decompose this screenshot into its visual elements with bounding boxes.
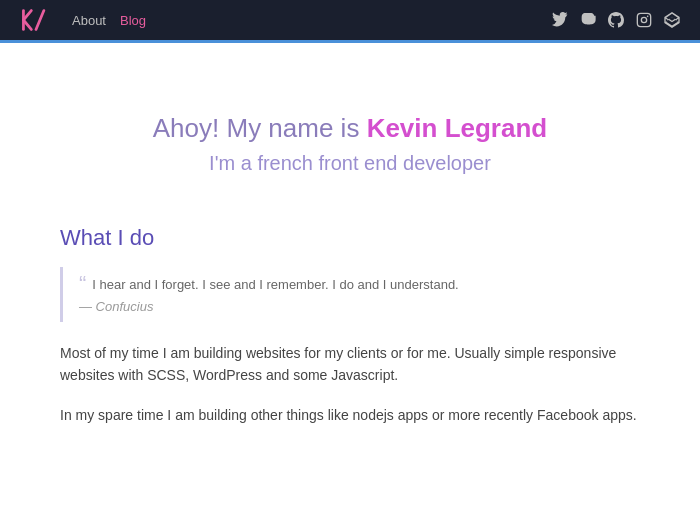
section-title: What I do — [60, 225, 640, 251]
body-paragraph-2: In my spare time I am building other thi… — [60, 404, 640, 426]
what-i-do-section: What I do “ I hear and I forget. I see a… — [60, 225, 640, 427]
twitter-icon[interactable] — [552, 12, 568, 28]
nav-blog-link[interactable]: Blog — [120, 13, 146, 28]
hero-line1: Ahoy! My name is Kevin Legrand — [60, 113, 640, 144]
hero-section: Ahoy! My name is Kevin Legrand I'm a fre… — [60, 73, 640, 225]
hero-name: Kevin Legrand — [367, 113, 548, 143]
body-paragraph-1: Most of my time I am building websites f… — [60, 342, 640, 387]
hero-line2: I'm a french front end developer — [60, 152, 640, 175]
nav-about-link[interactable]: About — [72, 13, 106, 28]
codepen-icon[interactable] — [664, 12, 680, 28]
main-content: Ahoy! My name is Kevin Legrand I'm a fre… — [40, 43, 660, 485]
svg-rect-4 — [637, 13, 650, 26]
quote-author: — Confucius — [79, 299, 624, 314]
quote-mark-icon: “ — [79, 273, 86, 295]
quote-block: “ I hear and I forget. I see and I remem… — [60, 267, 640, 322]
hero-prefix: Ahoy! My name is — [153, 113, 367, 143]
navbar: About Blog — [0, 0, 700, 40]
social-icons — [552, 12, 680, 28]
github-icon[interactable] — [608, 12, 624, 28]
svg-point-5 — [641, 17, 646, 22]
mastodon-icon[interactable] — [580, 12, 596, 28]
svg-line-3 — [36, 11, 44, 30]
nav-links: About Blog — [72, 13, 552, 28]
instagram-icon[interactable] — [636, 12, 652, 28]
svg-point-6 — [647, 16, 649, 18]
quote-text: I hear and I forget. I see and I remembe… — [79, 275, 624, 295]
logo[interactable] — [20, 9, 52, 31]
